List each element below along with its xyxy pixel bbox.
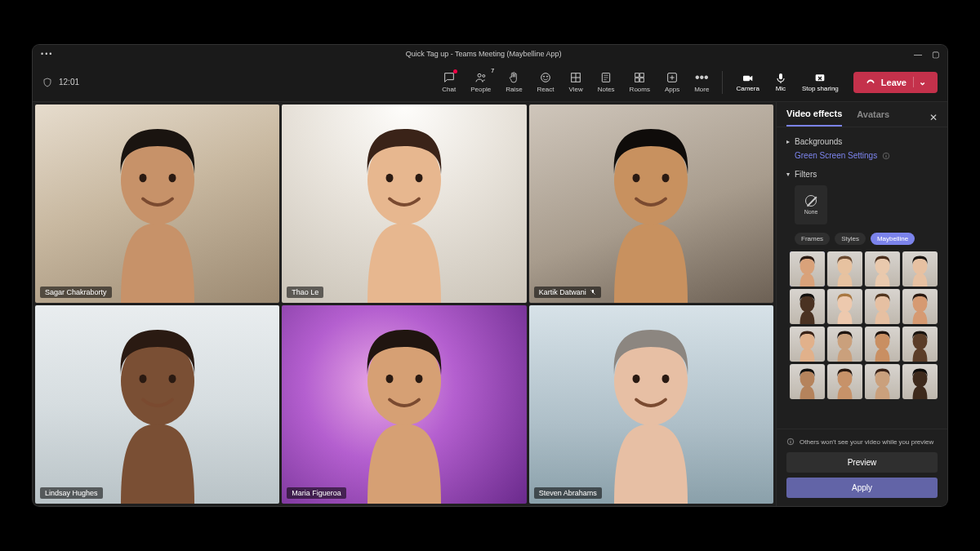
svg-point-45 bbox=[886, 153, 887, 154]
preview-button[interactable]: Preview bbox=[786, 452, 938, 473]
participant-name-tag: Sagar Chakraborty bbox=[40, 287, 112, 298]
maximize-icon[interactable]: ▢ bbox=[932, 50, 939, 59]
participant-video bbox=[282, 305, 526, 504]
meeting-toolbar: 12:01 Chat 7 People Raise bbox=[33, 63, 947, 102]
meeting-time: 12:01 bbox=[59, 78, 79, 87]
filter-thumbnail[interactable] bbox=[902, 251, 938, 287]
filter-thumbnail[interactable] bbox=[827, 327, 862, 362]
leave-icon bbox=[865, 77, 876, 88]
titlebar-menu-icon[interactable]: ••• bbox=[41, 50, 53, 58]
meeting-title: Quick Tag up - Teams Meeting (Maybelline… bbox=[60, 50, 907, 58]
participant-video bbox=[35, 104, 279, 303]
tab-video-effects[interactable]: Video effects bbox=[786, 109, 842, 127]
svg-point-41 bbox=[633, 375, 640, 384]
titlebar: ••• Quick Tag up - Teams Meeting (Maybel… bbox=[33, 45, 947, 63]
filter-thumbnail[interactable] bbox=[790, 289, 825, 324]
filter-thumbnail[interactable] bbox=[865, 251, 900, 287]
apply-button[interactable]: Apply bbox=[786, 478, 938, 498]
info-icon bbox=[786, 438, 795, 446]
filter-none[interactable]: None bbox=[795, 185, 827, 224]
video-grid: Sagar Chakraborty Thao Le Kartik Datwani bbox=[33, 102, 776, 506]
svg-point-39 bbox=[415, 375, 422, 384]
chat-badge-icon bbox=[453, 69, 457, 73]
filter-thumbnail[interactable] bbox=[827, 251, 862, 287]
view-button[interactable]: View bbox=[563, 68, 590, 96]
close-icon[interactable]: ✕ bbox=[929, 112, 938, 123]
participant-name: Thao Le bbox=[292, 288, 318, 296]
section-filters[interactable]: ▾ Filters bbox=[786, 167, 938, 182]
raise-hand-button[interactable]: Raise bbox=[499, 68, 528, 96]
svg-point-31 bbox=[633, 174, 640, 183]
participant-tile[interactable]: Sagar Chakraborty bbox=[35, 104, 279, 303]
stop-sharing-button[interactable]: Stop sharing bbox=[795, 69, 845, 96]
green-screen-link[interactable]: Green Screen Settings bbox=[786, 149, 938, 167]
svg-rect-19 bbox=[743, 76, 750, 82]
pill-styles[interactable]: Styles bbox=[835, 233, 866, 245]
filter-thumbnail[interactable] bbox=[865, 364, 900, 399]
minimize-icon[interactable]: — bbox=[914, 50, 922, 59]
chat-button[interactable]: Chat bbox=[435, 68, 462, 96]
filter-thumbnail[interactable] bbox=[902, 364, 938, 399]
more-button[interactable]: ••• More bbox=[688, 68, 715, 96]
participant-video bbox=[529, 104, 773, 303]
participant-name: Maria Figueroa bbox=[292, 489, 341, 497]
mic-button[interactable]: Mic bbox=[768, 69, 794, 96]
filter-thumbnail[interactable] bbox=[790, 364, 825, 399]
leave-button[interactable]: Leave ⌄ bbox=[853, 72, 938, 93]
none-icon bbox=[805, 195, 817, 207]
preview-hint: Others won't see your video while you pr… bbox=[786, 438, 938, 446]
participant-name-tag: Kartik Datwani bbox=[534, 287, 601, 298]
react-button[interactable]: React bbox=[531, 68, 561, 96]
participant-tile[interactable]: Steven Abrahams bbox=[529, 305, 773, 504]
svg-point-42 bbox=[662, 375, 670, 384]
video-effects-panel: Video effects Avatars ✕ ▸ Backgrounds Gr… bbox=[776, 102, 947, 506]
svg-point-36 bbox=[168, 375, 176, 384]
pill-maybelline[interactable]: Maybelline bbox=[871, 233, 915, 245]
participant-video bbox=[529, 305, 773, 504]
svg-rect-20 bbox=[779, 73, 782, 79]
participant-video bbox=[282, 104, 526, 303]
chevron-down-icon[interactable]: ⌄ bbox=[913, 77, 926, 87]
svg-point-38 bbox=[385, 375, 393, 384]
svg-point-35 bbox=[139, 375, 146, 384]
shield-icon bbox=[42, 77, 52, 88]
participant-name: Sagar Chakraborty bbox=[45, 288, 107, 296]
filter-thumbnail[interactable] bbox=[827, 289, 862, 324]
filter-thumbnail[interactable] bbox=[790, 327, 825, 362]
svg-point-29 bbox=[415, 174, 422, 183]
svg-rect-15 bbox=[640, 78, 644, 82]
participant-name-tag: Lindsay Hughes bbox=[40, 487, 103, 499]
people-button[interactable]: 7 People bbox=[464, 68, 497, 96]
window-controls: — ▢ bbox=[914, 50, 939, 59]
filter-thumbnail[interactable] bbox=[902, 289, 938, 324]
section-backgrounds[interactable]: ▸ Backgrounds bbox=[786, 134, 938, 149]
filter-thumbnail[interactable] bbox=[902, 327, 938, 362]
participant-name: Lindsay Hughes bbox=[45, 489, 98, 497]
camera-button[interactable]: Camera bbox=[729, 69, 765, 96]
apps-button[interactable]: Apps bbox=[658, 68, 686, 96]
people-count-badge: 7 bbox=[491, 68, 494, 73]
participant-tile[interactable]: Kartik Datwani bbox=[529, 104, 773, 303]
svg-rect-13 bbox=[640, 73, 644, 78]
filter-thumbnails bbox=[790, 251, 938, 399]
filter-thumbnail[interactable] bbox=[790, 251, 825, 287]
notes-button[interactable]: Notes bbox=[591, 68, 621, 96]
svg-point-28 bbox=[385, 174, 393, 183]
svg-point-4 bbox=[546, 76, 547, 77]
svg-rect-14 bbox=[635, 78, 639, 82]
participant-video bbox=[35, 305, 279, 504]
participant-name: Kartik Datwani bbox=[539, 288, 586, 296]
participant-tile[interactable]: Maria Figueroa bbox=[282, 305, 526, 504]
svg-point-25 bbox=[139, 174, 146, 183]
pill-frames[interactable]: Frames bbox=[795, 233, 830, 245]
rooms-button[interactable]: Rooms bbox=[623, 68, 657, 96]
participant-name: Steven Abrahams bbox=[539, 489, 597, 497]
tab-avatars[interactable]: Avatars bbox=[857, 109, 889, 126]
filter-thumbnail[interactable] bbox=[865, 289, 900, 324]
svg-point-0 bbox=[478, 73, 481, 77]
filter-thumbnail[interactable] bbox=[865, 327, 900, 362]
participant-tile[interactable]: Thao Le bbox=[282, 104, 526, 303]
svg-point-1 bbox=[483, 75, 485, 78]
participant-tile[interactable]: Lindsay Hughes bbox=[35, 305, 279, 504]
filter-thumbnail[interactable] bbox=[827, 364, 862, 399]
